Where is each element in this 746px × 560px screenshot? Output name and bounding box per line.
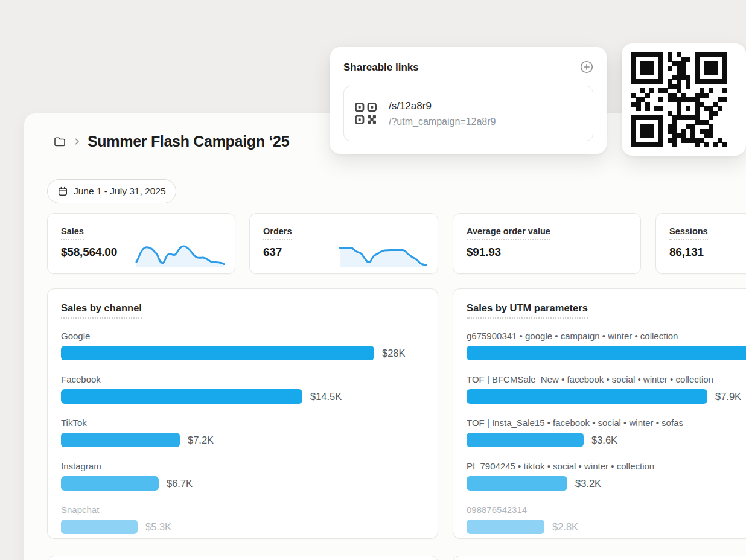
chart-row-utm-4: PI_7904245 • tiktok • social • winter • …: [467, 461, 746, 491]
utm-link-text: /?utm_campaign=12a8r9: [389, 116, 496, 127]
bar-value: $6.7K: [167, 478, 193, 489]
sales-by-channel-card: Sales by channel Google $28K Facebook $1…: [47, 288, 438, 539]
chart-row-google: Google $28K: [61, 331, 424, 360]
metric-label[interactable]: Sales: [61, 226, 84, 240]
date-range-button[interactable]: June 1 - July 31, 2025: [47, 179, 176, 203]
plus-circle-icon: [579, 60, 594, 74]
bar[interactable]: [61, 346, 374, 360]
bar-value: $7.9K: [715, 391, 741, 402]
qr-code: [631, 52, 727, 147]
chart-title[interactable]: Sales by UTM parameters: [467, 302, 588, 319]
breadcrumb: Summer Flash Campaign ‘25: [53, 133, 289, 150]
bar-value: $28K: [382, 348, 406, 359]
chart-row-utm-1: g675900341 • google • campaign • winter …: [467, 331, 746, 360]
calendar-icon: [57, 186, 68, 197]
metric-value: $91.93: [467, 246, 627, 259]
bar[interactable]: [467, 389, 707, 404]
bar-value: $3.2K: [575, 478, 601, 489]
folder-icon[interactable]: [53, 135, 66, 148]
bar-value: $2.8K: [552, 521, 578, 533]
metric-card-orders: Orders 637: [249, 213, 438, 274]
bar-value: $5.3K: [145, 521, 171, 533]
date-range-label: June 1 - July 31, 2025: [74, 186, 166, 197]
bar[interactable]: [61, 389, 302, 404]
chevron-right-icon: [72, 137, 81, 146]
metric-value: 86,131: [669, 246, 746, 259]
chart-row-tiktok: TikTok $7.2K: [61, 418, 424, 447]
add-link-button[interactable]: [579, 59, 595, 75]
qr-code-card: [622, 43, 746, 156]
qr-mini-icon: [354, 102, 377, 125]
metric-card-sales: Sales $58,564.00: [47, 213, 235, 274]
short-link-text: /s/12a8r9: [389, 100, 496, 112]
orders-sparkline: [337, 240, 429, 267]
bar[interactable]: [61, 520, 138, 534]
bar-value: $3.6K: [591, 434, 617, 446]
chart-row-instagram: Instagram $6.7K: [61, 461, 424, 491]
bar-value: $14.5K: [310, 391, 342, 402]
bottom-left-card: [47, 556, 438, 560]
metric-label[interactable]: Average order value: [467, 226, 550, 240]
metric-label[interactable]: Sessions: [669, 226, 708, 240]
bar[interactable]: [61, 476, 159, 491]
bar[interactable]: [467, 476, 567, 491]
bar[interactable]: [467, 433, 584, 447]
metric-card-aov: Average order value $91.93: [453, 213, 641, 274]
metric-label[interactable]: Orders: [263, 226, 292, 240]
dashboard-page: Summer Flash Campaign ‘25 June 1 - July …: [0, 0, 746, 560]
page-title: Summer Flash Campaign ‘25: [88, 133, 289, 150]
metric-card-sessions: Sessions 86,131: [655, 213, 746, 274]
sales-by-utm-card: Sales by UTM parameters g675900341 • goo…: [453, 288, 746, 539]
chart-row-snapchat: Snapchat $5.3K: [61, 504, 424, 534]
bar[interactable]: [467, 346, 746, 360]
share-card-title: Shareable links: [343, 62, 593, 74]
bar[interactable]: [61, 433, 180, 447]
bar[interactable]: [467, 520, 544, 534]
sales-sparkline: [135, 240, 226, 267]
bar-value: $7.2K: [188, 434, 214, 446]
chart-row-utm-3: TOF | Insta_Sale15 • facebook • social •…: [467, 418, 746, 447]
chart-row-utm-5: 098876542314 $2.8K: [467, 504, 746, 534]
shareable-links-card: Shareable links: [330, 47, 607, 154]
bottom-right-card: [453, 556, 746, 560]
chart-row-utm-2: TOF | BFCMSale_New • facebook • social •…: [467, 374, 746, 404]
chart-row-facebook: Facebook $14.5K: [61, 374, 424, 404]
chart-title[interactable]: Sales by channel: [61, 302, 142, 319]
shareable-link-row[interactable]: /s/12a8r9 /?utm_campaign=12a8r9: [343, 86, 593, 141]
